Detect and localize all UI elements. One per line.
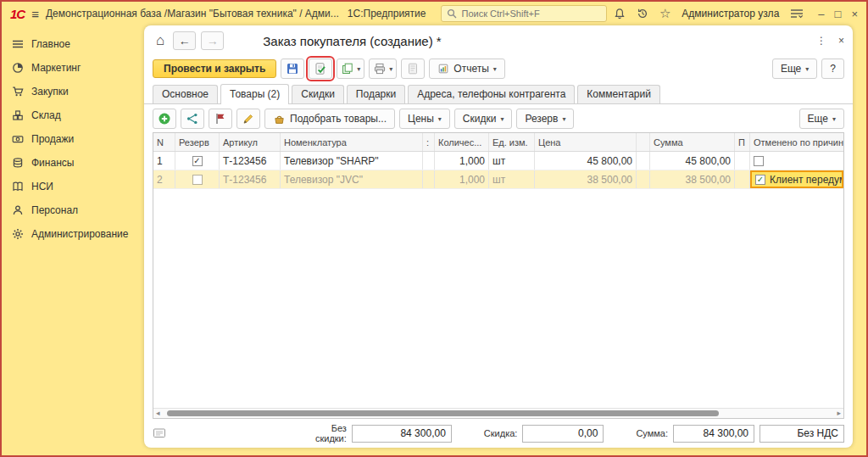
cell-article[interactable]: Т-123456 (220, 152, 281, 170)
cell-unit[interactable]: шт (489, 152, 535, 170)
column-header-reserve[interactable]: Резерв (175, 133, 220, 151)
sidebar-item-main[interactable]: Главное (2, 32, 144, 56)
create-based-on-button[interactable]: ▾ (337, 59, 364, 79)
cell-price[interactable]: 38 500,00 (535, 170, 637, 188)
comment-icon[interactable] (153, 427, 166, 439)
post-and-close-button[interactable]: Провести и закрыть (153, 59, 276, 78)
maximize-button[interactable]: □ (835, 8, 842, 20)
cell-cancel-reason[interactable] (750, 152, 843, 170)
discounts-button[interactable]: Скидки ▾ (454, 109, 513, 129)
share-structure-button[interactable] (181, 109, 204, 129)
cell-sum[interactable]: 38 500,00 (650, 170, 735, 188)
tab-gifts[interactable]: Подарки (347, 85, 405, 103)
tab-goods[interactable]: Товары (2) (220, 84, 289, 104)
cell-reserve[interactable]: ✓ (175, 152, 220, 170)
cell-price[interactable]: 45 800,00 (535, 152, 637, 170)
cell-blank[interactable] (637, 170, 650, 188)
cell-n[interactable]: 1 (153, 152, 175, 170)
sidebar-item-purchases[interactable]: Закупки (2, 80, 144, 103)
cell-article[interactable]: Т-123456 (220, 170, 281, 188)
cell-quantity[interactable]: 1,000 (435, 170, 489, 188)
cell-characteristic[interactable] (423, 170, 435, 188)
history-icon[interactable] (637, 8, 648, 20)
global-search[interactable] (441, 5, 606, 22)
total-field[interactable]: 84 300,00 (673, 425, 754, 443)
column-header-unit[interactable]: Ед. изм. (489, 133, 535, 151)
sidebar-item-administration[interactable]: Администрирование (2, 222, 144, 246)
tab-addresses[interactable]: Адреса, телефоны контрагента (408, 85, 575, 103)
main-menu-icon[interactable]: ≡ (31, 7, 39, 21)
cancelled-checkbox[interactable]: ✓ (755, 175, 765, 185)
save-button[interactable] (281, 59, 304, 79)
cell-unit[interactable]: шт (489, 170, 535, 188)
scrollbar-thumb[interactable] (167, 410, 719, 416)
cell-p[interactable] (735, 170, 750, 188)
sidebar-item-sales[interactable]: Продажи (2, 127, 144, 151)
sidebar-item-master-data[interactable]: НСИ (2, 175, 144, 198)
sidebar-item-personnel[interactable]: Персонал (2, 198, 144, 222)
form-menu-kebab-icon[interactable]: ⋮ (816, 35, 826, 47)
reserve-checkbox[interactable]: ✓ (192, 156, 203, 166)
current-user[interactable]: Администратор узла (682, 8, 779, 20)
cancel-reason-edit-cell[interactable]: ✓ Клиент передумал (750, 170, 843, 188)
service-menu-icon[interactable] (790, 8, 804, 19)
column-header-nomenclature[interactable]: Номенклатура (281, 133, 423, 151)
attached-files-button[interactable] (401, 59, 425, 79)
minimize-button[interactable]: – (818, 8, 824, 20)
favorites-star-icon[interactable]: ☆ (659, 8, 670, 20)
cell-blank[interactable] (637, 152, 650, 170)
post-document-button[interactable] (309, 59, 332, 79)
column-header-n[interactable]: N (153, 133, 175, 151)
grid-more-button[interactable]: Еще ▾ (799, 109, 844, 129)
prices-button[interactable]: Цены ▾ (399, 109, 450, 129)
cell-characteristic[interactable] (423, 152, 435, 170)
edit-row-button[interactable] (236, 109, 260, 129)
table-empty-area[interactable] (153, 189, 843, 408)
discount-field[interactable]: 0,00 (522, 425, 604, 443)
print-button[interactable]: ▾ (369, 59, 397, 79)
sidebar-item-marketing[interactable]: Маркетинг (2, 56, 144, 80)
add-row-button[interactable] (153, 109, 176, 129)
no-discount-field[interactable]: 84 300,00 (352, 425, 452, 443)
column-header-quantity[interactable]: Количес... (435, 133, 489, 151)
vat-field[interactable]: Без НДС (760, 425, 844, 443)
scroll-right-icon[interactable]: ▸ (837, 409, 841, 418)
scroll-left-icon[interactable]: ◂ (156, 409, 160, 418)
tab-comment[interactable]: Комментарий (577, 85, 660, 103)
home-icon[interactable]: ⌂ (153, 32, 168, 49)
sidebar-item-warehouse[interactable]: Склад (2, 103, 144, 127)
column-header-characteristic[interactable]: : (423, 133, 435, 151)
cell-n[interactable]: 2 (153, 170, 175, 188)
form-close-icon[interactable]: × (838, 35, 844, 47)
notifications-bell-icon[interactable] (614, 8, 626, 20)
back-button[interactable]: ← (173, 31, 196, 50)
column-header-cancel-reason[interactable]: Отменено по причине (750, 133, 843, 151)
column-header-blank[interactable] (637, 133, 650, 151)
more-button[interactable]: Еще ▾ (772, 59, 817, 79)
reports-button[interactable]: Отчеты ▾ (429, 59, 505, 79)
reserve-button[interactable]: Резерв ▾ (516, 109, 574, 129)
help-button[interactable]: ? (821, 59, 844, 79)
grid-toolbar-right: Еще ▾ (799, 109, 844, 129)
cell-quantity[interactable]: 1,000 (435, 152, 489, 170)
column-header-price[interactable]: Цена (535, 133, 637, 151)
search-input[interactable] (461, 8, 588, 19)
pick-goods-button[interactable]: Подобрать товары... (264, 109, 395, 129)
sidebar-item-finance[interactable]: Финансы (2, 151, 144, 175)
reserve-checkbox[interactable] (192, 175, 203, 185)
cancelled-checkbox[interactable] (754, 156, 764, 166)
cell-p[interactable] (735, 152, 750, 170)
flag-button[interactable] (209, 109, 232, 129)
forward-button[interactable]: → (201, 31, 224, 50)
column-header-sum[interactable]: Сумма (650, 133, 735, 151)
column-header-article[interactable]: Артикул (220, 133, 281, 151)
cell-sum[interactable]: 45 800,00 (650, 152, 735, 170)
close-window-button[interactable]: × (851, 8, 858, 20)
cell-nomenclature[interactable]: Телевизор "SHARP" (281, 152, 423, 170)
tab-main[interactable]: Основное (153, 85, 218, 103)
cell-reserve[interactable] (175, 170, 220, 188)
horizontal-scrollbar[interactable]: ◂ ▸ (153, 408, 843, 418)
tab-discounts[interactable]: Скидки (292, 85, 344, 103)
column-header-p[interactable]: П (735, 133, 750, 151)
cell-nomenclature[interactable]: Телевизор "JVC" (281, 170, 423, 188)
